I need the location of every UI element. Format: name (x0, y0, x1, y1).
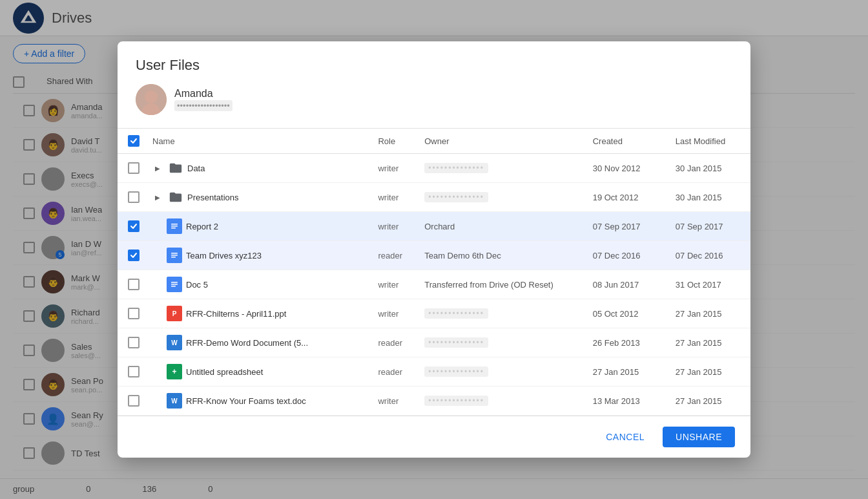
file-name-cell: ▶ Data (145, 154, 370, 183)
created-cell: 07 Dec 2016 (585, 241, 668, 270)
svg-rect-13 (171, 282, 178, 283)
svg-point-2 (145, 90, 158, 103)
row-checkbox-cell[interactable] (118, 270, 145, 299)
owner-blurred: •••••••••••••• (424, 308, 488, 319)
created-cell: 30 Nov 2012 (585, 154, 668, 183)
modal-dialog: User Files Amanda •••••••••••••••••• (118, 41, 750, 458)
file-name: RFR-Know Your Foams text.doc (186, 396, 306, 406)
modified-cell: 27 Jan 2015 (668, 387, 750, 416)
role-cell: writer (370, 154, 417, 183)
row-checkbox[interactable] (128, 220, 140, 232)
role-cell: writer (370, 183, 417, 212)
modal-footer: CANCEL UNSHARE (118, 416, 750, 458)
role-cell: writer (370, 212, 417, 241)
row-checkbox-cell[interactable] (118, 241, 145, 270)
owner-blurred: •••••••••••••• (424, 396, 488, 406)
word-icon: W (167, 393, 182, 409)
table-row[interactable]: ▶ Data writer••••••••••••••30 Nov 201230… (118, 154, 750, 183)
svg-rect-5 (171, 224, 178, 225)
row-checkbox[interactable] (128, 337, 140, 348)
role-cell: writer (370, 299, 417, 328)
row-checkbox[interactable] (128, 250, 140, 261)
row-checkbox-cell[interactable] (118, 387, 145, 416)
row-checkbox-cell[interactable] (118, 328, 145, 357)
row-checkbox-cell[interactable] (118, 299, 145, 328)
row-checkbox[interactable] (128, 191, 140, 203)
doc-icon (167, 248, 182, 263)
unshare-button[interactable]: UNSHARE (663, 427, 735, 447)
row-checkbox[interactable] (128, 395, 140, 407)
row-checkbox-cell[interactable] (118, 212, 145, 241)
owner-cell: •••••••••••••• (417, 299, 584, 328)
created-cell: 26 Feb 2013 (585, 328, 668, 357)
modified-cell: 27 Jan 2015 (668, 357, 750, 387)
owner-cell: Orchard (417, 212, 584, 241)
file-name-cell: Report 2 (145, 212, 370, 241)
table-row[interactable]: Team Drives xyz123 readerTeam Demo 6th D… (118, 241, 750, 270)
row-checkbox[interactable] (128, 279, 140, 290)
file-name: Untitled spreadsheet (186, 367, 263, 377)
file-name: Doc 5 (186, 280, 208, 290)
role-cell: writer (370, 270, 417, 299)
modified-cell: 31 Oct 2017 (668, 270, 750, 299)
row-checkbox[interactable] (128, 366, 140, 377)
file-name-cell: ▶ Presentations (145, 183, 370, 212)
role-cell: reader (370, 328, 417, 357)
table-row[interactable]: Report 2 writerOrchard07 Sep 201707 Sep … (118, 212, 750, 241)
cancel-button[interactable]: CANCEL (593, 427, 657, 447)
word-icon: W (167, 335, 182, 350)
files-table-container[interactable]: Name Role Owner Created Last Modified (118, 128, 750, 416)
table-row[interactable]: + Untitled spreadsheet reader•••••••••••… (118, 357, 750, 387)
table-row[interactable]: P RFR-Chilterns - April11.ppt writer••••… (118, 299, 750, 328)
table-row[interactable]: W RFR-Demo Word Document (5... reader•••… (118, 328, 750, 357)
created-cell: 19 Oct 2012 (585, 183, 668, 212)
owner-blurred: •••••••••••••• (424, 366, 488, 377)
select-all-checkbox[interactable] (128, 135, 140, 147)
file-name: Presentations (187, 193, 239, 202)
created-cell: 05 Oct 2012 (585, 299, 668, 328)
file-name-cell: P RFR-Chilterns - April11.ppt (145, 299, 370, 328)
col-header-name: Name (145, 129, 370, 154)
modified-cell: 30 Jan 2015 (668, 154, 750, 183)
owner-blurred: •••••••••••••• (424, 163, 488, 173)
owner-blurred: •••••••••••••• (424, 192, 488, 202)
file-name-cell: Doc 5 (145, 270, 370, 299)
created-cell: 13 Mar 2013 (585, 387, 668, 416)
expand-arrow[interactable]: ▶ (152, 192, 163, 202)
doc-icon (167, 277, 182, 292)
table-row[interactable]: Doc 5 writerTransferred from Drive (OD R… (118, 270, 750, 299)
file-name: RFR-Demo Word Document (5... (186, 338, 308, 348)
expand-arrow[interactable]: ▶ (152, 163, 163, 173)
row-checkbox[interactable] (128, 308, 140, 319)
role-cell: writer (370, 387, 417, 416)
row-checkbox-cell[interactable] (118, 183, 145, 212)
file-name: Data (187, 164, 205, 173)
row-checkbox-cell[interactable] (118, 357, 145, 387)
user-details: Amanda •••••••••••••••••• (174, 88, 232, 111)
file-name-cell: + Untitled spreadsheet (145, 357, 370, 387)
owner-cell: •••••••••••••• (417, 183, 584, 212)
modified-cell: 07 Dec 2016 (668, 241, 750, 270)
modal-header: User Files Amanda •••••••••••••••••• (118, 41, 750, 128)
ppt-icon: P (167, 306, 182, 321)
owner-cell: Team Demo 6th Dec (417, 241, 584, 270)
role-cell: reader (370, 241, 417, 270)
svg-rect-11 (171, 257, 176, 258)
folder-icon (168, 160, 183, 176)
sheet-icon: + (167, 364, 182, 379)
row-checkbox-cell[interactable] (118, 154, 145, 183)
row-checkbox[interactable] (128, 162, 140, 174)
created-cell: 27 Jan 2015 (585, 357, 668, 387)
owner-cell: •••••••••••••• (417, 154, 584, 183)
owner-blurred: •••••••••••••• (424, 337, 488, 348)
table-row[interactable]: W RFR-Know Your Foams text.doc writer•••… (118, 387, 750, 416)
svg-rect-14 (171, 284, 178, 285)
modal-overlay: User Files Amanda •••••••••••••••••• (0, 0, 868, 499)
header-checkbox-cell[interactable] (118, 129, 145, 154)
table-row[interactable]: ▶ Presentations writer••••••••••••••19 O… (118, 183, 750, 212)
svg-rect-7 (171, 228, 176, 229)
user-email-blurred: •••••••••••••••••• (174, 100, 232, 111)
owner-cell: •••••••••••••• (417, 328, 584, 357)
files-table: Name Role Owner Created Last Modified (118, 129, 750, 416)
svg-rect-9 (171, 253, 178, 254)
